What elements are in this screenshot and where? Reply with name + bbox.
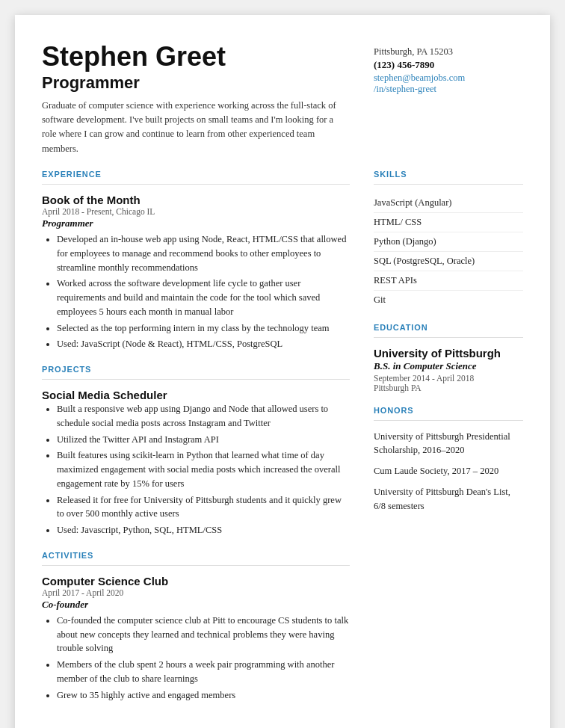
bullet-item: Developed an in-house web app using Node… — [57, 232, 350, 274]
bullet-item: Worked across the software development l… — [57, 277, 350, 318]
header-title: Programmer — [42, 73, 350, 93]
honors-label: HONORS — [374, 406, 523, 415]
entry: Computer Science ClubApril 2017 - April … — [42, 575, 350, 703]
projects-label: PROJECTS — [42, 365, 350, 374]
bullet-item: Utilized the Twitter API and Instagram A… — [57, 433, 350, 447]
contact-phone: (123) 456-7890 — [374, 59, 523, 71]
entry-title: Social Media Scheduler — [42, 389, 350, 401]
honor-item: Cum Laude Society, 2017 – 2020 — [374, 464, 523, 478]
entry: Social Media SchedulerBuilt a responsive… — [42, 389, 350, 537]
entry-dates: April 2018 - Present, Chicago IL — [42, 207, 350, 216]
edu-city: Pittsburgh PA — [374, 383, 523, 392]
activities-section: Computer Science ClubApril 2017 - April … — [42, 575, 350, 703]
entry-role: Programmer — [42, 218, 350, 229]
honor-item: University of Pittsburgh Dean's List, 6/… — [374, 485, 523, 512]
entry-title: Book of the Month — [42, 194, 350, 206]
contact-linkedin[interactable]: /in/stephen-greet — [374, 84, 523, 95]
left-column: EXPERIENCE Book of the MonthApril 2018 -… — [42, 170, 350, 709]
skills-list: JavaScript (Angular)HTML/ CSSPython (Dja… — [374, 194, 523, 309]
skill-item: Python (Django) — [374, 232, 523, 252]
contact-email[interactable]: stephen@beamjobs.com — [374, 73, 523, 84]
skill-item: HTML/ CSS — [374, 213, 523, 232]
skills-label: SKILLS — [374, 170, 523, 179]
projects-section: Social Media SchedulerBuilt a responsive… — [42, 389, 350, 537]
experience-label: EXPERIENCE — [42, 170, 350, 179]
skill-item: REST APIs — [374, 271, 523, 291]
contact-city: Pittsburgh, PA 15203 — [374, 46, 523, 58]
entry-bullets: Developed an in-house web app using Node… — [42, 232, 350, 351]
skill-item: SQL (PostgreSQL, Oracle) — [374, 252, 523, 271]
edu-school: University of Pittsburgh — [374, 347, 523, 360]
skill-item: JavaScript (Angular) — [374, 194, 523, 213]
contact-block: Pittsburgh, PA 15203 (123) 456-7890 step… — [374, 46, 523, 95]
bullet-item: Grew to 35 highly active and engaged mem… — [57, 688, 350, 703]
entry-bullets: Co-founded the computer science club at … — [42, 614, 350, 703]
edu-degree: B.S. in Computer Science — [374, 360, 523, 372]
entry-dates: April 2017 - April 2020 — [42, 588, 350, 597]
bullet-item: Built a responsive web app using Django … — [57, 402, 350, 431]
education-block: University of Pittsburgh B.S. in Compute… — [374, 347, 523, 392]
entry-role: Co-founder — [42, 599, 350, 611]
activities-label: ACTIVITIES — [42, 551, 350, 560]
honor-item: University of Pittsburgh Presidential Sc… — [374, 430, 523, 457]
bullet-item: Built features using scikit-learn in Pyt… — [57, 448, 350, 490]
entry-bullets: Built a responsive web app using Django … — [42, 402, 350, 537]
bullet-item: Used: JavaScript (Node & React), HTML/CS… — [57, 337, 350, 351]
education-label: EDUCATION — [374, 323, 523, 332]
header-name: Stephen Greet — [42, 42, 350, 72]
bullet-item: Selected as the top performing intern in… — [57, 321, 350, 336]
entry: Book of the MonthApril 2018 - Present, C… — [42, 194, 350, 351]
edu-dates: September 2014 - April 2018 — [374, 374, 523, 383]
bullet-item: Co-founded the computer science club at … — [57, 614, 350, 655]
bullet-item: Members of the club spent 2 hours a week… — [57, 658, 350, 686]
entry-title: Computer Science Club — [42, 575, 350, 587]
bullet-item: Used: Javascript, Python, SQL, HTML/CSS — [57, 523, 350, 537]
skill-item: Git — [374, 291, 523, 309]
honors-list: University of Pittsburgh Presidential Sc… — [374, 430, 523, 513]
right-column: SKILLS JavaScript (Angular)HTML/ CSSPyth… — [374, 170, 523, 709]
experience-section: Book of the MonthApril 2018 - Present, C… — [42, 194, 350, 351]
header-summary: Graduate of computer science with experi… — [42, 99, 350, 157]
bullet-item: Released it for free for University of P… — [57, 493, 350, 522]
resume-page: Stephen Greet Programmer Graduate of com… — [15, 15, 550, 728]
